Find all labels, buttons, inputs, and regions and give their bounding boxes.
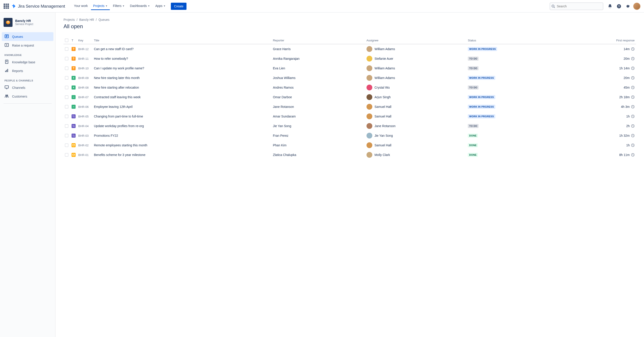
issue-title[interactable]: New hire starting after relocation <box>92 83 272 92</box>
status-badge[interactable]: DONE <box>468 134 478 138</box>
table-row[interactable]: ?BHR-10Can I update my work profile name… <box>64 64 636 73</box>
status-badge[interactable]: TO DO <box>468 57 478 61</box>
issue-key[interactable]: BHR-05 <box>77 112 92 121</box>
column-header[interactable]: T <box>70 37 77 44</box>
status-badge[interactable]: WORK IN PRGRESS <box>468 114 495 118</box>
assignee-avatar[interactable] <box>366 85 372 90</box>
select-all-checkbox[interactable] <box>65 39 68 42</box>
nav-dashboards[interactable]: Dashboards▼ <box>128 2 152 10</box>
project-header[interactable]: Bancly HR Service Project <box>2 16 54 29</box>
nav-apps[interactable]: Apps▼ <box>153 2 168 10</box>
assignee-avatar[interactable] <box>366 142 372 148</box>
issue-key[interactable]: BHR-01 <box>77 150 92 160</box>
row-checkbox[interactable] <box>65 76 68 80</box>
sidebar-item-channels[interactable]: Channels <box>2 83 54 92</box>
nav-projects[interactable]: Projects▼ <box>91 2 110 10</box>
issue-title[interactable]: How to refer somebody? <box>92 54 272 64</box>
settings-icon[interactable] <box>624 3 632 10</box>
assignee-avatar[interactable] <box>366 75 372 81</box>
issue-key[interactable]: BHR-02 <box>77 141 92 150</box>
notifications-icon[interactable] <box>606 3 614 10</box>
assignee-avatar[interactable] <box>366 123 372 129</box>
sidebar-item-queues[interactable]: Queues <box>2 32 54 41</box>
issue-title[interactable]: Contracted staff leaving this week <box>92 92 272 102</box>
row-checkbox[interactable] <box>65 47 68 51</box>
column-header[interactable]: Reporter <box>272 37 365 44</box>
issue-title[interactable]: Benefits scheme for 3 year milestone <box>92 150 272 160</box>
table-row[interactable]: −BHR-07Contracted staff leaving this wee… <box>64 92 636 102</box>
column-header[interactable]: Title <box>92 37 272 44</box>
assignee-avatar[interactable] <box>366 152 372 158</box>
issue-title[interactable]: New hire starting later this month <box>92 73 272 83</box>
row-checkbox[interactable] <box>65 57 68 60</box>
column-header[interactable]: First response <box>569 37 636 44</box>
nav-filters[interactable]: Filters▼ <box>111 2 127 10</box>
issue-key[interactable]: BHR-06 <box>77 102 92 112</box>
row-checkbox[interactable] <box>65 86 68 89</box>
status-badge[interactable]: TO DO <box>468 66 478 70</box>
assignee-avatar[interactable] <box>366 94 372 100</box>
status-badge[interactable]: WORK IN PROGRESS <box>468 47 497 51</box>
column-header[interactable] <box>64 37 70 44</box>
issue-key[interactable]: BHR-07 <box>77 92 92 102</box>
table-row[interactable]: −BHR-06Employee leaving 12th AprilJane R… <box>64 102 636 112</box>
issue-title[interactable]: Update workday profiles from re-org <box>92 121 272 131</box>
column-header[interactable]: Assignee <box>365 37 467 44</box>
table-row[interactable]: +BHR-09New hire starting later this mont… <box>64 73 636 83</box>
table-row[interactable]: ?BHR-11How to refer somebody?Annika Rang… <box>64 54 636 64</box>
row-checkbox[interactable] <box>65 115 68 118</box>
assignee-avatar[interactable] <box>366 56 372 62</box>
status-badge[interactable]: WORK IN PRGRESS <box>468 76 495 80</box>
issue-title[interactable]: Employee leaving 12th April <box>92 102 272 112</box>
issue-title[interactable]: Can get a new staff ID card? <box>92 44 272 54</box>
column-header[interactable]: Key <box>77 37 92 44</box>
status-badge[interactable]: WORK IN PRGRESS <box>468 95 495 99</box>
issue-key[interactable]: BHR-04 <box>77 121 92 131</box>
help-icon[interactable]: ? <box>616 3 622 10</box>
table-row[interactable]: BHR-02Remote employees starting this mon… <box>64 141 636 150</box>
app-switcher-icon[interactable] <box>4 4 9 9</box>
user-avatar[interactable] <box>633 3 640 10</box>
issue-key[interactable]: BHR-11 <box>77 54 92 64</box>
issue-title[interactable]: Changing from part-time to full-time <box>92 112 272 121</box>
nav-your-work[interactable]: Your work <box>72 2 90 10</box>
status-badge[interactable]: TO DO <box>468 124 478 128</box>
issue-key[interactable]: BHR-12 <box>77 44 92 54</box>
status-badge[interactable]: DONE <box>468 153 478 157</box>
breadcrumb-item[interactable]: Projects <box>64 18 75 22</box>
table-row[interactable]: BHR-05Changing from part-time to full-ti… <box>64 112 636 121</box>
status-badge[interactable]: WORK IN PRGRESS <box>468 105 495 109</box>
row-checkbox[interactable] <box>65 95 68 99</box>
assignee-avatar[interactable] <box>366 46 372 52</box>
breadcrumb-item[interactable]: Queues <box>98 18 110 22</box>
issue-key[interactable]: BHR-09 <box>77 73 92 83</box>
table-row[interactable]: BHR-01Benefits scheme for 3 year milesto… <box>64 150 636 160</box>
sidebar-item-customers[interactable]: Customers <box>2 92 54 101</box>
row-checkbox[interactable] <box>65 134 68 137</box>
row-checkbox[interactable] <box>65 124 68 128</box>
breadcrumb-item[interactable]: Bancly HR <box>79 18 94 22</box>
row-checkbox[interactable] <box>65 153 68 157</box>
assignee-avatar[interactable] <box>366 104 372 110</box>
status-badge[interactable]: DONE <box>468 143 478 147</box>
column-header[interactable]: Status <box>466 37 569 44</box>
row-checkbox[interactable] <box>65 143 68 147</box>
issue-title[interactable]: Can I update my work profile name? <box>92 64 272 73</box>
issue-key[interactable]: BHR-08 <box>77 83 92 92</box>
table-row[interactable]: BHR-04Update workday profiles from re-or… <box>64 121 636 131</box>
sidebar-item-raise-a-request[interactable]: Raise a request <box>2 41 54 50</box>
table-row[interactable]: +BHR-08New hire starting after relocatio… <box>64 83 636 92</box>
issue-key[interactable]: BHR-03 <box>77 131 92 141</box>
assignee-avatar[interactable] <box>366 133 372 139</box>
issue-key[interactable]: BHR-10 <box>77 64 92 73</box>
issue-title[interactable]: Promotions FY22 <box>92 131 272 141</box>
status-badge[interactable]: TO DO <box>468 86 478 90</box>
create-button[interactable]: Create <box>171 3 186 10</box>
search-input[interactable] <box>550 3 603 10</box>
issue-title[interactable]: Remote employees starting this month <box>92 141 272 150</box>
sidebar-item-reports[interactable]: Reports <box>2 67 54 75</box>
row-checkbox[interactable] <box>65 105 68 109</box>
assignee-avatar[interactable] <box>366 113 372 119</box>
assignee-avatar[interactable] <box>366 65 372 71</box>
table-row[interactable]: BHR-03Promotions FY22Fran PerezJie Yan S… <box>64 131 636 141</box>
